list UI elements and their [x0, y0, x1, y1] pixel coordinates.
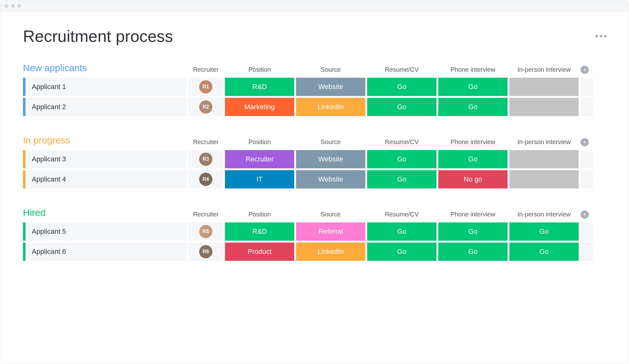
column-header[interactable]: Position — [225, 138, 294, 147]
inperson-cell[interactable] — [509, 78, 579, 96]
resume-cell[interactable]: Go — [367, 222, 436, 241]
avatar: R2 — [199, 100, 212, 114]
row-trailing-cell — [581, 150, 593, 168]
board-content: Recruitment process New applicantsRecrui… — [0, 12, 629, 295]
window-dot — [17, 4, 21, 8]
avatar: R1 — [199, 80, 212, 93]
window-dot — [11, 4, 15, 8]
board-menu-button[interactable] — [593, 33, 609, 39]
add-column-button[interactable]: + — [581, 210, 589, 219]
source-cell[interactable]: LinkedIn — [296, 243, 365, 261]
inperson-cell[interactable] — [509, 150, 579, 168]
row-trailing-cell — [581, 98, 593, 116]
window-titlebar — [0, 0, 629, 12]
column-header[interactable]: Phone interview — [438, 66, 508, 75]
recruiter-cell[interactable]: R6 — [188, 243, 223, 261]
resume-cell[interactable]: Go — [367, 78, 436, 96]
table-row: Applicant 5R5R&DReferralGoGoGo — [23, 222, 609, 241]
phone-cell[interactable]: No go — [438, 170, 508, 188]
row-trailing-cell — [581, 243, 593, 261]
resume-cell[interactable]: Go — [367, 170, 436, 188]
group-header-row: In progressRecruiterPositionSourceResume… — [23, 135, 609, 147]
group-header-row: New applicantsRecruiterPositionSourceRes… — [23, 63, 609, 75]
group-title[interactable]: Hired — [23, 207, 187, 219]
ellipsis-dot-icon — [595, 35, 598, 37]
phone-cell[interactable]: Go — [438, 243, 508, 261]
column-header[interactable]: Recruiter — [188, 138, 223, 147]
recruiter-cell[interactable]: R2 — [188, 98, 223, 116]
position-cell[interactable]: Marketing — [225, 98, 294, 116]
column-header[interactable]: In-person interview — [509, 211, 579, 219]
table-row: Applicant 6R6ProductLinkedInGoGoGo — [23, 243, 609, 261]
source-cell[interactable]: LinkedIn — [296, 98, 365, 116]
inperson-cell[interactable]: Go — [509, 222, 579, 241]
column-header[interactable]: Position — [225, 211, 294, 219]
window-dot — [5, 4, 8, 8]
resume-cell[interactable]: Go — [367, 150, 436, 168]
recruiter-cell[interactable]: R3 — [188, 150, 223, 168]
ellipsis-dot-icon — [600, 35, 602, 37]
column-header[interactable]: Resume/CV — [367, 138, 436, 147]
column-header[interactable]: Resume/CV — [367, 211, 436, 219]
phone-cell[interactable]: Go — [438, 98, 508, 116]
avatar: R3 — [199, 153, 212, 166]
applicant-name-cell[interactable]: Applicant 3 — [23, 150, 187, 168]
source-cell[interactable]: Website — [296, 170, 365, 188]
column-header[interactable]: Recruiter — [188, 211, 223, 219]
phone-cell[interactable]: Go — [438, 222, 508, 241]
add-column-button[interactable]: + — [581, 138, 589, 146]
position-cell[interactable]: Recruiter — [225, 150, 294, 168]
group: HiredRecruiterPositionSourceResume/CVPho… — [23, 207, 609, 261]
column-header[interactable]: In-person interview — [509, 66, 579, 75]
recruiter-cell[interactable]: R1 — [188, 78, 223, 96]
row-trailing-cell — [581, 222, 593, 241]
table-row: Applicant 4R4ITWebsiteGoNo go — [23, 170, 609, 188]
add-column-button[interactable]: + — [581, 66, 589, 74]
table-row: Applicant 3R3RecruiterWebsiteGoGo — [23, 150, 609, 168]
plus-icon: + — [583, 139, 587, 145]
column-header[interactable]: Source — [296, 138, 365, 147]
position-cell[interactable]: IT — [225, 170, 294, 188]
app-window: Recruitment process New applicantsRecrui… — [0, 0, 629, 364]
position-cell[interactable]: Product — [225, 243, 294, 261]
resume-cell[interactable]: Go — [367, 243, 436, 261]
avatar: R6 — [199, 245, 212, 258]
inperson-cell[interactable]: Go — [509, 243, 579, 261]
column-header[interactable]: Recruiter — [188, 66, 223, 75]
column-header[interactable]: In-person interview — [509, 138, 579, 147]
source-cell[interactable]: Referral — [296, 222, 365, 241]
column-header[interactable]: Source — [296, 211, 365, 219]
ellipsis-dot-icon — [604, 35, 607, 37]
row-trailing-cell — [581, 78, 593, 96]
source-cell[interactable]: Website — [296, 150, 365, 168]
inperson-cell[interactable] — [509, 170, 579, 188]
group-title[interactable]: New applicants — [23, 63, 187, 75]
group: In progressRecruiterPositionSourceResume… — [23, 135, 609, 188]
plus-icon: + — [583, 211, 587, 218]
applicant-name-cell[interactable]: Applicant 2 — [23, 98, 187, 116]
column-header[interactable]: Resume/CV — [367, 66, 436, 75]
resume-cell[interactable]: Go — [367, 98, 436, 116]
position-cell[interactable]: R&D — [225, 222, 294, 241]
position-cell[interactable]: R&D — [225, 78, 294, 96]
phone-cell[interactable]: Go — [438, 78, 508, 96]
table-row: Applicant 2R2MarketingLinkedInGoGo — [23, 98, 609, 116]
applicant-name-cell[interactable]: Applicant 4 — [23, 170, 187, 188]
row-trailing-cell — [581, 170, 593, 188]
groups-container: New applicantsRecruiterPositionSourceRes… — [23, 63, 609, 261]
group-title[interactable]: In progress — [23, 135, 187, 147]
applicant-name-cell[interactable]: Applicant 5 — [23, 222, 187, 241]
column-header[interactable]: Phone interview — [438, 211, 508, 219]
phone-cell[interactable]: Go — [438, 150, 508, 168]
table-row: Applicant 1R1R&DWebsiteGoGo — [23, 78, 609, 96]
source-cell[interactable]: Website — [296, 78, 365, 96]
applicant-name-cell[interactable]: Applicant 6 — [23, 243, 187, 261]
recruiter-cell[interactable]: R4 — [188, 170, 223, 188]
applicant-name-cell[interactable]: Applicant 1 — [23, 78, 187, 96]
inperson-cell[interactable] — [509, 98, 579, 116]
recruiter-cell[interactable]: R5 — [188, 222, 223, 241]
column-header[interactable]: Position — [225, 66, 294, 75]
column-header[interactable]: Phone interview — [438, 138, 508, 147]
column-header[interactable]: Source — [296, 66, 365, 75]
avatar: R4 — [199, 173, 212, 186]
